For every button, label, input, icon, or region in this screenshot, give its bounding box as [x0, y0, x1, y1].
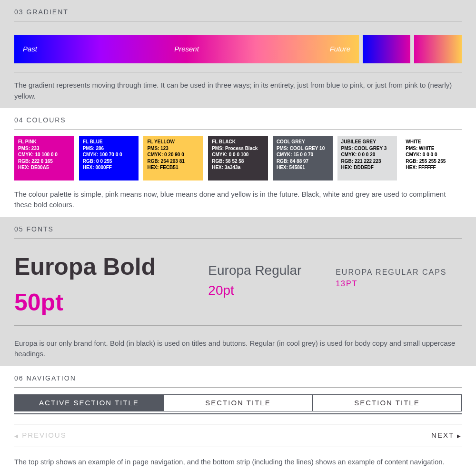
section-gradient: 03 GRADIENT Past Present Future The grad… [0, 0, 476, 108]
swatch-rgb: RGB: 84 88 97 [277, 158, 329, 165]
colour-swatch: FL PINKPMS: 233CMYK: 10 100 0 0RGB: 222 … [14, 136, 74, 180]
swatch-hex: HEX: DE00A5 [18, 164, 70, 171]
previous-link[interactable]: ◀ PREVIOUS [14, 430, 67, 441]
section-header: 03 GRADIENT [14, 7, 462, 21]
swatch-name: FL BLACK [212, 139, 264, 145]
colour-swatch: COOL GREYPMS: COOL GREY 10CMYK: 15 0 0 7… [273, 136, 333, 180]
font-bold-name: Europa Bold [14, 253, 156, 280]
fonts-description: Europa is our only brand font. Bold (in … [14, 334, 462, 361]
swatch-pms: PMS: COOL GREY 10 [277, 145, 329, 152]
swatch-cmyk: CMYK: 0 0 0 20 [341, 151, 394, 158]
section-number: 05 [14, 225, 24, 233]
colour-swatch: FL BLACKPMS: Process BlackCMYK: 0 0 0 10… [208, 136, 268, 180]
colour-swatch: JUBILEE GREYPMS: COOL GREY 3CMYK: 0 0 0 … [337, 136, 397, 180]
tab[interactable]: SECTION TITLE [313, 395, 461, 411]
swatch-pms: PMS: 286 [83, 145, 135, 152]
swatch-name: JUBILEE GREY [341, 139, 394, 145]
swatch-cmyk: CMYK: 100 70 0 0 [83, 151, 135, 158]
divider [14, 72, 462, 72]
divider [14, 413, 462, 414]
gradient-label-present: Present [132, 44, 241, 55]
font-sample-regular: Europa Regular 20pt [208, 261, 321, 301]
tab[interactable]: SECTION TITLE [164, 395, 313, 411]
swatch-pms: PMS: COOL GREY 3 [341, 145, 394, 152]
section-colours: 04 COLOURS FL PINKPMS: 233CMYK: 10 100 0… [0, 108, 476, 217]
swatch-cmyk: CMYK: 0 20 90 0 [147, 151, 199, 158]
swatch-name: FL BLUE [83, 139, 135, 145]
swatch-hex: HEX: DDDEDF [341, 164, 394, 171]
swatch-rgb: RGB: 255 255 255 [406, 158, 458, 165]
swatch-cmyk: CMYK: 15 0 0 70 [277, 151, 329, 158]
swatch-hex: HEX: 545861 [277, 164, 329, 171]
tab-active[interactable]: ACTIVE SECTION TITLE [15, 395, 164, 411]
section-title: NAVIGATION [26, 374, 76, 382]
gradient-row: Past Present Future [14, 35, 462, 63]
font-reg-size: 20pt [208, 283, 234, 298]
section-fonts: 05 FONTS Europa Bold 50pt Europa Regular… [0, 217, 476, 366]
swatch-hex: HEX: 3a343a [212, 164, 264, 171]
swatch-rgb: RGB: 221 222 223 [341, 158, 394, 165]
swatch-rgb: RGB: 222 0 165 [18, 158, 70, 165]
font-sample-bold: Europa Bold 50pt [14, 249, 194, 321]
section-navigation: 06 NAVIGATION ACTIVE SECTION TITLESECTIO… [0, 366, 476, 471]
swatch-cmyk: CMYK: 0 0 0 100 [212, 151, 264, 158]
swatch-rgb: RGB: 254 203 81 [147, 158, 199, 165]
colours-description: The colour palette is simple, pink means… [14, 185, 462, 212]
section-number: 03 [14, 8, 24, 16]
swatch-name: FL PINK [18, 139, 70, 145]
swatch-rgb: RGB: 0 0 255 [83, 158, 135, 165]
gradient-blue-pink [363, 35, 410, 63]
font-caps-name: EUROPA REGULAR CAPS [336, 268, 446, 276]
swatch-pms: PMS: WHITE [406, 145, 458, 152]
swatch-pms: PMS: Process Black [212, 145, 264, 152]
gradient-full: Past Present Future [14, 35, 359, 63]
next-link[interactable]: NEXT ▶ [431, 430, 462, 441]
gradient-pink-yellow [414, 35, 462, 63]
font-sample-caps: EUROPA REGULAR CAPS 13PT [336, 267, 462, 290]
fonts-row: Europa Bold 50pt Europa Regular 20pt EUR… [14, 249, 462, 326]
section-header: 05 FONTS [14, 224, 462, 239]
chevron-right-icon: ▶ [457, 433, 462, 439]
colour-swatch: WHITEPMS: WHITECMYK: 0 0 0 0RGB: 255 255… [402, 136, 462, 180]
font-reg-name: Europa Regular [208, 263, 301, 278]
swatch-cmyk: CMYK: 10 100 0 0 [18, 151, 70, 158]
gradient-label-future: Future [241, 44, 350, 55]
chevron-left-icon: ◀ [14, 433, 19, 439]
swatch-name: COOL GREY [277, 139, 329, 145]
swatch-hex: HEX: FFFFFF [406, 164, 458, 171]
swatch-cmyk: CMYK: 0 0 0 0 [406, 151, 458, 158]
swatches-row: FL PINKPMS: 233CMYK: 10 100 0 0RGB: 222 … [14, 136, 462, 180]
swatch-pms: PMS: 233 [18, 145, 70, 152]
section-title: COLOURS [26, 116, 66, 124]
section-title: GRADIENT [26, 8, 68, 16]
gradient-label-past: Past [23, 44, 132, 55]
navigation-description: The top strip shows an example of in pag… [14, 453, 462, 470]
swatch-hex: HEX: FECB51 [147, 164, 199, 171]
gradient-description: The gradient represents moving through t… [14, 76, 462, 103]
next-label: NEXT [431, 431, 454, 439]
content-pager: ◀ PREVIOUS NEXT ▶ [14, 424, 462, 447]
swatch-pms: PMS: 123 [147, 145, 199, 152]
font-bold-size: 50pt [14, 289, 63, 316]
colour-swatch: FL YELLOWPMS: 123CMYK: 0 20 90 0RGB: 254… [143, 136, 203, 180]
section-number: 06 [14, 374, 24, 382]
section-title: FONTS [26, 225, 53, 233]
section-header: 06 NAVIGATION [14, 373, 462, 388]
section-number: 04 [14, 116, 24, 124]
previous-label: PREVIOUS [22, 431, 67, 439]
tabs-row: ACTIVE SECTION TITLESECTION TITLESECTION… [14, 394, 462, 412]
swatch-name: FL YELLOW [147, 139, 199, 145]
font-caps-size: 13PT [336, 280, 357, 288]
swatch-rgb: RGB: 58 52 58 [212, 158, 264, 165]
section-header: 04 COLOURS [14, 115, 462, 130]
colour-swatch: FL BLUEPMS: 286CMYK: 100 70 0 0RGB: 0 0 … [79, 136, 139, 180]
swatch-name: WHITE [406, 139, 458, 145]
swatch-hex: HEX: 0000FF [83, 164, 135, 171]
